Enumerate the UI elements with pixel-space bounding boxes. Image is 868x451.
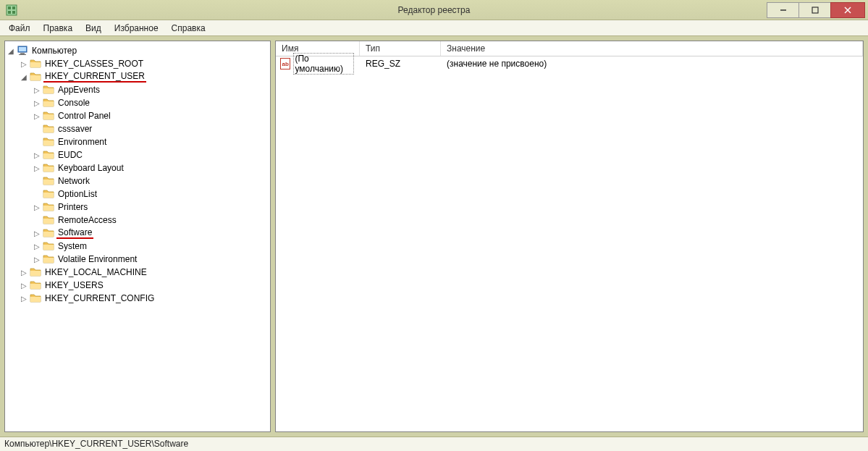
- folder-icon: [43, 240, 54, 252]
- folder-icon: [43, 84, 54, 96]
- tree-label: Network: [56, 176, 91, 186]
- expand-icon[interactable]: ▷: [20, 60, 28, 68]
- svg-rect-1: [8, 7, 11, 9]
- tree-label: Console: [56, 98, 91, 108]
- tree-label: HKEY_USERS: [43, 280, 105, 290]
- tree-label: HKEY_LOCAL_MACHINE: [43, 267, 148, 277]
- expand-icon[interactable]: ▷: [33, 243, 41, 250]
- tree-hive[interactable]: ▷HKEY_CURRENT_CONFIG: [20, 292, 269, 305]
- collapse-icon[interactable]: ◢: [7, 47, 14, 55]
- menu-file[interactable]: Файл: [3, 22, 36, 35]
- tree-label: Volatile Environment: [56, 254, 138, 264]
- folder-icon: [30, 266, 41, 278]
- collapse-icon[interactable]: ◢: [20, 73, 28, 81]
- close-button[interactable]: [830, 2, 865, 18]
- tree-key[interactable]: Environment: [33, 135, 269, 148]
- svg-rect-2: [12, 7, 15, 9]
- values-pane[interactable]: Имя Тип Значение ab(По умолчанию)REG_SZ(…: [275, 41, 864, 432]
- tree-key[interactable]: ▷Volatile Environment: [33, 253, 269, 266]
- tree-hive[interactable]: ▷HKEY_LOCAL_MACHINE: [20, 266, 269, 279]
- folder-icon: [43, 162, 54, 174]
- window-buttons: [767, 2, 868, 18]
- app-icon: [6, 4, 17, 16]
- tree-key[interactable]: OptionList: [33, 187, 269, 201]
- svg-rect-4: [12, 11, 15, 14]
- expand-icon[interactable]: ▷: [33, 256, 41, 264]
- svg-rect-6: [812, 7, 818, 13]
- folder-icon: [30, 279, 41, 291]
- tree-label: Keyboard Layout: [56, 163, 125, 173]
- tree-hive[interactable]: ▷HKEY_CLASSES_ROOT: [20, 57, 269, 70]
- tree-key[interactable]: csssaver: [33, 122, 269, 135]
- expand-icon[interactable]: ▷: [33, 203, 41, 211]
- expand-icon[interactable]: ▷: [20, 269, 28, 277]
- tree-key[interactable]: Network: [33, 174, 269, 187]
- menu-view[interactable]: Вид: [80, 22, 107, 35]
- folder-icon: [43, 175, 54, 187]
- value-type: REG_SZ: [360, 59, 441, 69]
- tree-label: HKEY_CLASSES_ROOT: [43, 59, 145, 69]
- maximize-button[interactable]: [799, 2, 831, 18]
- folder-icon: [43, 149, 54, 161]
- expand-icon[interactable]: ▷: [33, 229, 41, 237]
- tree-key[interactable]: ▷Printers: [33, 201, 269, 214]
- statusbar: Компьютер\HKEY_CURRENT_USER\Software: [0, 437, 868, 451]
- window-title: Редактор реестра: [0, 5, 868, 15]
- value-data: (значение не присвоено): [441, 59, 863, 69]
- menubar: Файл Правка Вид Избранное Справка: [0, 20, 868, 36]
- tree-label: HKEY_CURRENT_USER: [43, 71, 146, 83]
- expand-icon[interactable]: ▷: [20, 282, 28, 290]
- tree-label: csssaver: [56, 124, 93, 134]
- svg-rect-12: [19, 54, 26, 55]
- svg-rect-3: [8, 11, 11, 14]
- menu-help[interactable]: Справка: [166, 22, 211, 35]
- tree-root-computer[interactable]: ◢Компьютер: [7, 44, 269, 57]
- header-type[interactable]: Тип: [360, 41, 441, 56]
- values-header[interactable]: Имя Тип Значение: [276, 41, 863, 56]
- tree-label: Environment: [56, 137, 108, 147]
- tree-key[interactable]: ▷Software: [33, 227, 269, 240]
- tree-key[interactable]: ▷Keyboard Layout: [33, 161, 269, 174]
- folder-icon: [43, 110, 54, 122]
- titlebar[interactable]: Редактор реестра: [0, 0, 868, 20]
- tree-key[interactable]: RemoteAccess: [33, 214, 269, 227]
- folder-icon: [43, 123, 54, 135]
- tree-label: RemoteAccess: [56, 215, 118, 225]
- value-row[interactable]: ab(По умолчанию)REG_SZ(значение не присв…: [276, 56, 863, 71]
- folder-icon: [30, 58, 41, 69]
- folder-icon: [43, 201, 54, 213]
- tree-key[interactable]: ▷Control Panel: [33, 109, 269, 122]
- tree-hive[interactable]: ▷HKEY_USERS: [20, 279, 269, 292]
- tree-label: Software: [56, 227, 93, 239]
- tree-pane[interactable]: ◢Компьютер▷HKEY_CLASSES_ROOT◢HKEY_CURREN…: [4, 41, 271, 432]
- tree-label: HKEY_CURRENT_CONFIG: [43, 293, 156, 303]
- expand-icon[interactable]: ▷: [33, 151, 41, 159]
- minimize-button[interactable]: [767, 2, 799, 18]
- tree-hive[interactable]: ◢HKEY_CURRENT_USER: [20, 70, 269, 83]
- tree-key[interactable]: ▷System: [33, 240, 269, 253]
- expand-icon[interactable]: ▷: [33, 164, 41, 172]
- values-body[interactable]: ab(По умолчанию)REG_SZ(значение не присв…: [276, 56, 863, 431]
- tree-label: System: [56, 241, 88, 251]
- folder-icon: [43, 188, 54, 200]
- menu-favorites[interactable]: Избранное: [109, 22, 164, 35]
- svg-rect-10: [19, 47, 26, 51]
- tree-label: Компьютер: [30, 46, 78, 56]
- tree-label: EUDC: [56, 150, 84, 160]
- expand-icon[interactable]: ▷: [33, 99, 41, 107]
- menu-edit[interactable]: Правка: [38, 22, 79, 35]
- tree-label: OptionList: [56, 189, 98, 199]
- folder-icon: [43, 136, 54, 148]
- header-value[interactable]: Значение: [441, 41, 863, 56]
- expand-icon[interactable]: ▷: [33, 86, 41, 94]
- tree-label: Printers: [56, 202, 89, 212]
- tree-key[interactable]: ▷Console: [33, 96, 269, 109]
- tree-key[interactable]: ▷AppEvents: [33, 83, 269, 96]
- tree-label: AppEvents: [56, 85, 101, 95]
- tree-key[interactable]: ▷EUDC: [33, 148, 269, 161]
- folder-icon: [30, 71, 41, 83]
- svg-rect-11: [20, 53, 25, 54]
- expand-icon[interactable]: ▷: [20, 295, 28, 303]
- status-path: Компьютер\HKEY_CURRENT_USER\Software: [4, 439, 188, 449]
- expand-icon[interactable]: ▷: [33, 112, 41, 120]
